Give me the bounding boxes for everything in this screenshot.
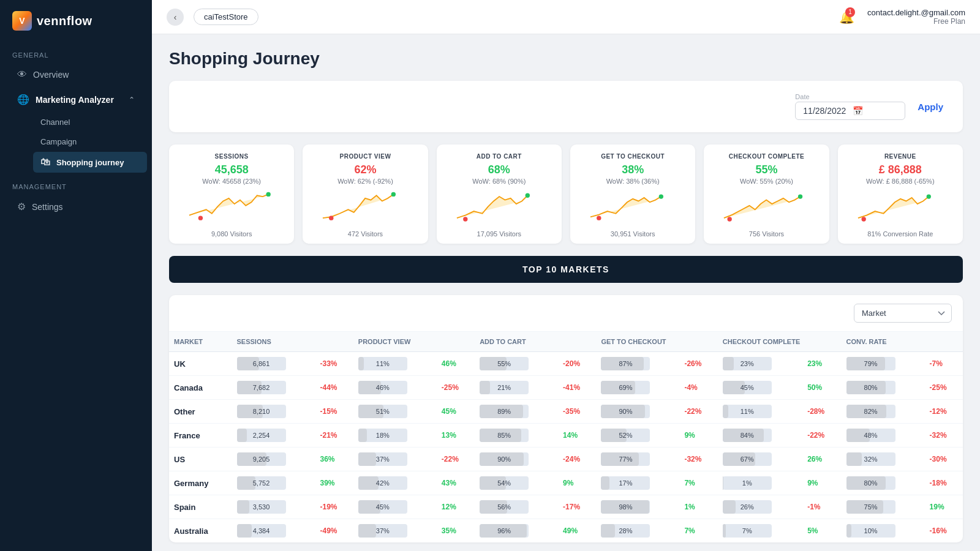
content-area: Shopping Journey Date 11/28/2022 📅 Apply… — [152, 34, 980, 551]
market-name-cell: Australia — [169, 519, 232, 543]
col-conv-rate: CONV. RATE — [842, 332, 963, 352]
metric-cards: SESSIONS45,658WoW: 45658 (23%)9,080 Visi… — [169, 144, 963, 244]
table-section: MarketUKCanadaOtherFranceUSGermanySpainA… — [169, 295, 963, 542]
table-header-row: MARKET SESSIONS PRODUCT VIEW ADD TO CART… — [169, 332, 963, 352]
pct-cell: 49% — [558, 519, 596, 543]
col-market: MARKET — [169, 332, 232, 352]
sidebar-item-overview[interactable]: 👁 Overview — [5, 63, 147, 86]
date-value: 11/28/2022 — [803, 106, 848, 116]
sidebar-item-shopping-journey[interactable]: 🛍 Shopping journey — [33, 152, 147, 173]
bar-cell: 77% — [596, 448, 679, 471]
sidebar-item-label: Channel — [40, 118, 70, 127]
metric-footer: 9,080 Visitors — [176, 230, 287, 238]
table-row: France2,254-21%18%13%85%14%52%9%84%-22%4… — [169, 424, 963, 448]
sidebar-item-campaign[interactable]: Campaign — [33, 132, 147, 151]
market-name-cell: Germany — [169, 471, 232, 495]
apply-button[interactable]: Apply — [913, 98, 948, 116]
svg-point-0 — [266, 192, 270, 197]
col-product-view: PRODUCT VIEW — [353, 332, 475, 352]
user-info: contact.delight.@gmail.com Free Plan — [867, 8, 965, 26]
bar-cell: 96% — [475, 519, 558, 543]
svg-point-10 — [926, 194, 930, 198]
marketing-icon: 🌐 — [17, 94, 29, 105]
pct-cell: -41% — [558, 376, 596, 400]
date-input-wrapper[interactable]: 11/28/2022 📅 — [795, 102, 905, 120]
pct-cell: 45% — [437, 400, 475, 424]
pct-cell: -24% — [558, 448, 596, 471]
market-name-cell: UK — [169, 352, 232, 376]
pct-cell: -30% — [925, 448, 963, 471]
bar-cell: 52% — [596, 424, 679, 448]
bar-cell: 4,384 — [232, 519, 315, 543]
col-get-to-checkout: GET TO CHECKOUT — [596, 332, 717, 352]
metric-chart — [711, 190, 821, 227]
collapse-sidebar-button[interactable]: ‹ — [167, 9, 184, 26]
pct-cell: -12% — [925, 400, 963, 424]
bar-cell: 82% — [842, 400, 925, 424]
bar-cell: 17% — [596, 471, 679, 495]
pct-cell: -49% — [315, 519, 353, 543]
pct-cell: 9% — [802, 471, 841, 495]
table-row: Canada7,682-44%46%-25%21%-41%69%-4%45%50… — [169, 376, 963, 400]
bar-cell: 84% — [718, 424, 802, 448]
bar-cell: 18% — [353, 424, 437, 448]
sidebar-item-settings[interactable]: ⚙ Settings — [5, 195, 147, 219]
pct-cell: 9% — [558, 471, 596, 495]
metric-footer: 472 Visitors — [310, 230, 420, 238]
pct-cell: 50% — [802, 376, 841, 400]
svg-point-2 — [391, 192, 396, 197]
metric-wow: WoW: £ 86,888 (-65%) — [845, 178, 956, 185]
notification-badge: 1 — [845, 7, 855, 17]
pct-cell: 9% — [679, 424, 717, 448]
data-table: MARKET SESSIONS PRODUCT VIEW ADD TO CART… — [169, 332, 963, 542]
calendar-icon[interactable]: 📅 — [853, 106, 897, 116]
pct-cell: -16% — [925, 519, 963, 543]
pct-cell: -32% — [925, 424, 963, 448]
pct-cell: 39% — [315, 471, 353, 495]
pct-cell: -44% — [315, 376, 353, 400]
submenu-marketing: Channel Campaign 🛍 Shopping journey — [0, 112, 152, 173]
pct-cell: 5% — [802, 519, 841, 543]
pct-cell: 36% — [315, 448, 353, 471]
metric-wow: WoW: 38% (36%) — [578, 178, 688, 185]
bar-cell: 48% — [842, 424, 925, 448]
logo[interactable]: V vennflow — [0, 0, 152, 42]
pct-cell: 13% — [437, 424, 475, 448]
svg-point-4 — [525, 193, 529, 198]
bar-cell: 56% — [475, 495, 558, 519]
bar-cell: 7% — [718, 519, 802, 543]
metric-footer: 30,951 Visitors — [578, 230, 688, 238]
pct-cell: -20% — [558, 352, 596, 376]
bar-cell: 1% — [718, 471, 802, 495]
sidebar-item-marketing-analyzer[interactable]: 🌐 Marketing Analyzer — [5, 88, 147, 111]
bar-cell: 79% — [842, 352, 925, 376]
pct-cell: 23% — [802, 352, 841, 376]
metric-chart — [578, 190, 688, 227]
sidebar-item-label: Marketing Analyzer — [36, 95, 114, 105]
market-select[interactable]: MarketUKCanadaOtherFranceUSGermanySpainA… — [854, 304, 952, 323]
bar-cell: 45% — [718, 376, 802, 400]
pct-cell: 19% — [925, 495, 963, 519]
svg-point-7 — [597, 216, 601, 220]
markets-banner: TOP 10 MARKETS — [169, 256, 963, 283]
bar-cell: 32% — [842, 448, 925, 471]
bar-cell: 51% — [353, 400, 437, 424]
pct-cell: -26% — [679, 352, 717, 376]
bar-cell: 10% — [842, 519, 925, 543]
svg-point-8 — [798, 194, 802, 198]
metric-footer: 756 Visitors — [711, 230, 821, 238]
metric-chart — [444, 190, 554, 227]
col-add-to-cart: ADD TO CART — [475, 332, 596, 352]
metric-wow: WoW: 62% (-92%) — [310, 178, 420, 185]
bar-cell: 11% — [353, 352, 437, 376]
metric-value: 62% — [310, 163, 420, 176]
store-badge[interactable]: caiTestStore — [194, 9, 258, 25]
pct-cell: -22% — [437, 448, 475, 471]
pct-cell: 14% — [558, 424, 596, 448]
sidebar-item-channel[interactable]: Channel — [33, 113, 147, 132]
market-name-cell: Spain — [169, 495, 232, 519]
bar-cell: 2,254 — [232, 424, 315, 448]
bar-cell: 6,861 — [232, 352, 315, 376]
notification-button[interactable]: 🔔 1 — [835, 6, 858, 28]
metric-card-add-to-cart: ADD TO CART68%WoW: 68% (90%)17,095 Visit… — [437, 144, 562, 244]
